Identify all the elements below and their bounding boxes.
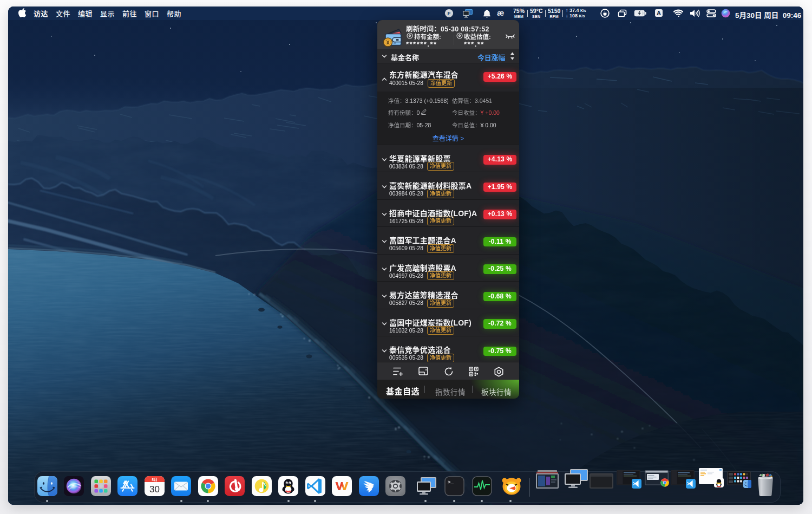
svg-text:5月: 5月 [152,477,157,482]
svg-text:F: F [448,10,451,16]
svg-text:30: 30 [149,484,160,495]
svg-text:>_: >_ [448,480,454,485]
svg-text:A: A [657,10,661,16]
